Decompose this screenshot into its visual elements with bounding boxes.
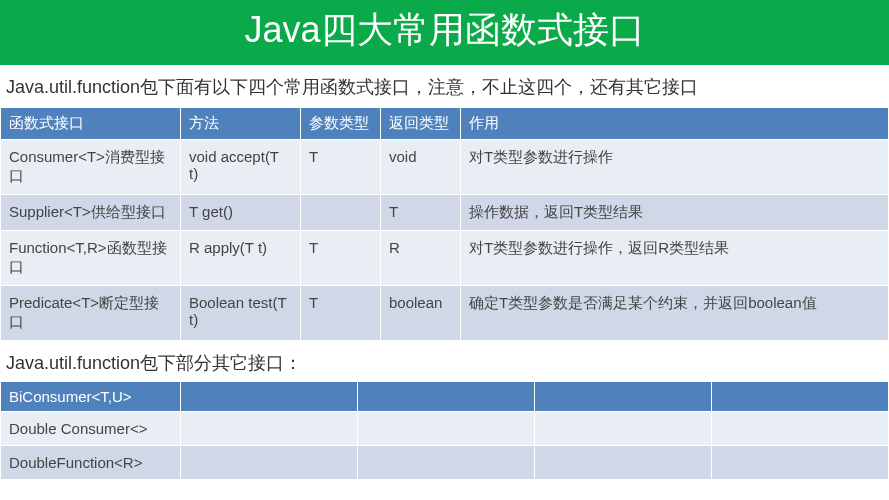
cell-interface: Predicate<T>断定型接口 (1, 286, 181, 341)
table-row: Function<T,R>函数型接口 R apply(T t) T R 对T类型… (1, 231, 889, 286)
cell-param: T (301, 286, 381, 341)
cell-return: boolean (381, 286, 461, 341)
cell-empty (712, 382, 889, 412)
page-title: Java四大常用函数式接口 (0, 0, 889, 65)
cell-method: R apply(T t) (181, 231, 301, 286)
header-purpose: 作用 (461, 108, 889, 140)
table-header-row: 函数式接口 方法 参数类型 返回类型 作用 (1, 108, 889, 140)
cell-param: T (301, 231, 381, 286)
header-return-type: 返回类型 (381, 108, 461, 140)
subtitle-text: Java.util.function包下面有以下四个常用函数式接口，注意，不止这… (0, 65, 889, 107)
cell-param: T (301, 140, 381, 195)
cell-desc: 操作数据，返回T类型结果 (461, 195, 889, 231)
cell-desc: 对T类型参数进行操作 (461, 140, 889, 195)
cell-interface: DoubleFunction<R> (1, 446, 181, 480)
cell-interface: Supplier<T>供给型接口 (1, 195, 181, 231)
cell-method: T get() (181, 195, 301, 231)
cell-empty (712, 446, 889, 480)
cell-method: void accept(T t) (181, 140, 301, 195)
cell-desc: 确定T类型参数是否满足某个约束，并返回boolean值 (461, 286, 889, 341)
table-row: Consumer<T>消费型接口 void accept(T t) T void… (1, 140, 889, 195)
other-interfaces-table: BiConsumer<T,U> Double Consumer<> Double… (0, 381, 889, 480)
main-table: 函数式接口 方法 参数类型 返回类型 作用 Consumer<T>消费型接口 v… (0, 107, 889, 341)
cell-empty (181, 446, 358, 480)
cell-empty (535, 446, 712, 480)
cell-empty (712, 412, 889, 446)
cell-empty (358, 382, 535, 412)
cell-empty (358, 446, 535, 480)
cell-empty (535, 382, 712, 412)
cell-return: T (381, 195, 461, 231)
header-method: 方法 (181, 108, 301, 140)
cell-empty (181, 412, 358, 446)
table-row: Supplier<T>供给型接口 T get() T 操作数据，返回T类型结果 (1, 195, 889, 231)
section2-title: Java.util.function包下部分其它接口： (0, 341, 889, 381)
cell-desc: 对T类型参数进行操作，返回R类型结果 (461, 231, 889, 286)
table-row: Predicate<T>断定型接口 Boolean test(T t) T bo… (1, 286, 889, 341)
cell-empty (358, 412, 535, 446)
cell-param (301, 195, 381, 231)
cell-empty (535, 412, 712, 446)
cell-empty (181, 382, 358, 412)
cell-interface: BiConsumer<T,U> (1, 382, 181, 412)
header-param-type: 参数类型 (301, 108, 381, 140)
table-row: Double Consumer<> (1, 412, 889, 446)
cell-return: void (381, 140, 461, 195)
cell-interface: Consumer<T>消费型接口 (1, 140, 181, 195)
table-row: DoubleFunction<R> (1, 446, 889, 480)
cell-method: Boolean test(T t) (181, 286, 301, 341)
header-interface: 函数式接口 (1, 108, 181, 140)
cell-return: R (381, 231, 461, 286)
cell-interface: Function<T,R>函数型接口 (1, 231, 181, 286)
table-row: BiConsumer<T,U> (1, 382, 889, 412)
cell-interface: Double Consumer<> (1, 412, 181, 446)
